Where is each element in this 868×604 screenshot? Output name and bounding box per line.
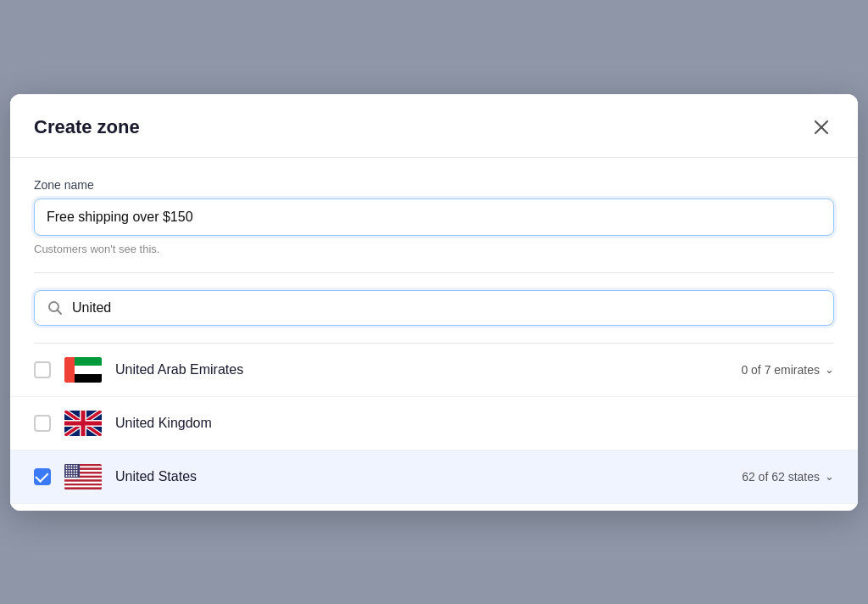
svg-point-45: [74, 473, 75, 474]
svg-point-44: [71, 473, 73, 474]
svg-point-27: [66, 465, 68, 467]
country-name-us: United States: [115, 469, 728, 484]
svg-rect-21: [64, 479, 102, 481]
svg-point-31: [76, 465, 78, 467]
country-name-uae: United Arab Emirates: [115, 362, 727, 378]
country-row-uk[interactable]: United Kingdom: [10, 397, 858, 450]
svg-point-46: [76, 473, 78, 474]
sub-info-us: 62 of 62 states ⌄: [742, 470, 834, 484]
modal-footer-space: [10, 504, 858, 511]
svg-point-49: [71, 475, 73, 477]
svg-point-33: [69, 467, 70, 469]
country-row-uae[interactable]: United Arab Emirates 0 of 7 emirates ⌄: [10, 344, 858, 397]
svg-point-48: [69, 475, 70, 477]
zone-name-section: Zone name Customers won't see this.: [10, 158, 858, 273]
zone-name-label: Zone name: [34, 178, 834, 192]
modal-header: Create zone: [10, 94, 858, 157]
svg-point-39: [71, 470, 73, 472]
svg-rect-22: [64, 481, 102, 483]
svg-point-28: [69, 465, 70, 467]
flag-uae: [64, 357, 102, 383]
zone-name-input[interactable]: [34, 199, 834, 236]
svg-rect-24: [64, 485, 102, 487]
svg-rect-25: [64, 487, 102, 489]
svg-point-32: [66, 467, 68, 469]
checkbox-uae[interactable]: [34, 361, 51, 378]
svg-rect-20: [64, 478, 102, 479]
svg-point-51: [76, 475, 78, 477]
sub-info-uae: 0 of 7 emirates ⌄: [741, 363, 834, 377]
close-button[interactable]: [809, 115, 834, 140]
country-list: United Arab Emirates 0 of 7 emirates ⌄: [10, 344, 858, 504]
svg-point-36: [76, 467, 78, 469]
chevron-icon-us: ⌄: [825, 470, 834, 483]
search-box: [34, 290, 834, 326]
close-icon: [812, 118, 831, 137]
country-name-uk: United Kingdom: [115, 416, 834, 431]
svg-point-41: [76, 470, 78, 472]
svg-point-43: [69, 473, 70, 474]
svg-rect-23: [64, 484, 102, 485]
svg-point-34: [71, 467, 73, 469]
checkbox-us[interactable]: [34, 468, 51, 485]
country-row-us[interactable]: United States 62 of 62 states ⌄: [10, 450, 858, 504]
zone-name-hint: Customers won't see this.: [34, 243, 834, 255]
svg-point-42: [66, 473, 68, 474]
svg-rect-12: [64, 421, 102, 425]
svg-point-29: [71, 465, 73, 467]
svg-point-50: [74, 475, 75, 477]
svg-point-30: [74, 465, 75, 467]
flag-us: [64, 464, 102, 489]
svg-point-37: [66, 470, 68, 472]
svg-point-38: [69, 470, 70, 472]
svg-point-47: [66, 475, 68, 477]
search-icon: [47, 299, 64, 316]
search-input[interactable]: [72, 300, 821, 316]
flag-uk: [64, 411, 102, 436]
modal-title: Create zone: [34, 116, 140, 138]
create-zone-modal: Create zone Zone name Customers won't se…: [10, 94, 858, 511]
svg-point-40: [74, 470, 75, 472]
chevron-icon-uae: ⌄: [825, 363, 834, 376]
svg-line-3: [58, 310, 62, 314]
checkbox-uk[interactable]: [34, 415, 51, 432]
svg-point-35: [74, 467, 75, 469]
search-section: [10, 273, 858, 344]
